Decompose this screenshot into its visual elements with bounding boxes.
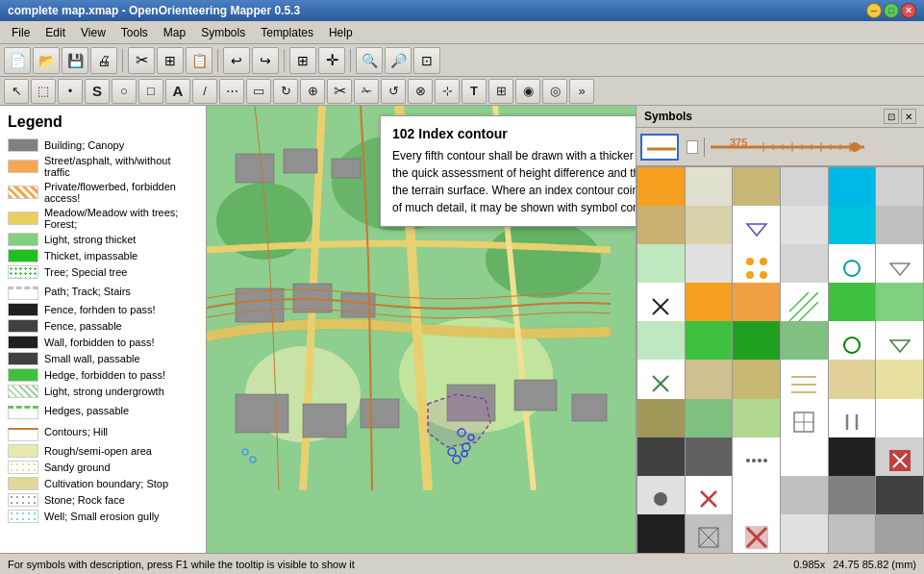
svg-point-49 <box>844 261 860 276</box>
status-hint: For symbols with description, press F1 w… <box>8 559 355 570</box>
menu-item-file[interactable]: File <box>4 24 37 41</box>
menu-item-tools[interactable]: Tools <box>113 24 156 41</box>
legend-label: Small wall, passable <box>44 353 140 364</box>
select-box-tool[interactable]: ⬚ <box>31 79 56 104</box>
zoom-in-button[interactable]: 🔍 <box>356 47 383 74</box>
minimize-button[interactable]: ─ <box>866 3 882 18</box>
symbols-close-button[interactable]: ✕ <box>901 109 916 124</box>
open-button[interactable]: 📂 <box>33 47 60 74</box>
rect-tool[interactable]: □ <box>138 79 163 104</box>
paint-tool[interactable]: ◉ <box>515 79 540 104</box>
point-tool[interactable]: • <box>58 79 83 104</box>
save-button[interactable]: 💾 <box>62 47 88 74</box>
legend-label: Private/flowerbed, forbidden access! <box>44 181 198 204</box>
symbol-preview <box>640 134 679 161</box>
legend-item: Cultivation boundary; Stop <box>8 477 198 490</box>
svg-line-55 <box>789 292 809 312</box>
statusbar: For symbols with description, press F1 w… <box>0 553 924 574</box>
symbol-cell-59[interactable] <box>876 514 923 553</box>
svg-point-43 <box>850 142 860 152</box>
zoom-fit-button[interactable]: ⊡ <box>413 47 440 74</box>
rect2-tool[interactable]: ▭ <box>246 79 271 104</box>
legend-label: Fence, passable <box>44 320 122 332</box>
print-button[interactable]: 🖨 <box>90 47 117 74</box>
cut-path-tool[interactable]: ✂ <box>327 79 352 104</box>
menu-item-map[interactable]: Map <box>156 24 193 41</box>
legend-item: Light, strong thicket <box>8 233 198 246</box>
legend-label: Rough/semi-open area <box>44 445 152 457</box>
new-button[interactable]: 📄 <box>4 47 31 74</box>
legend-swatch <box>8 186 38 199</box>
legend-item: Private/flowerbed, forbidden access! <box>8 181 198 204</box>
legend-item: Hedges, passable <box>8 401 198 419</box>
symbol-cell-55[interactable] <box>686 514 733 553</box>
svg-point-3 <box>486 221 601 298</box>
legend-swatch <box>8 477 38 490</box>
cut-button[interactable]: ✂ <box>128 47 155 74</box>
scissors2-tool[interactable]: ✁ <box>354 79 379 104</box>
more-tools[interactable]: » <box>569 79 594 104</box>
coordinates: 24.75 85.82 (mm) <box>833 559 916 570</box>
titlebar-controls: ─ □ ✕ <box>866 3 916 18</box>
compass-button[interactable]: ✛ <box>318 47 345 74</box>
legend-label: Sandy ground <box>44 462 111 473</box>
redo-button[interactable]: ↪ <box>252 47 279 74</box>
symbol-t-tool[interactable]: T <box>462 79 487 104</box>
svg-line-54 <box>799 302 818 321</box>
connect-tool[interactable]: ⊗ <box>408 79 433 104</box>
select-tool[interactable]: ↖ <box>4 79 29 104</box>
menu-item-symbols[interactable]: Symbols <box>193 24 253 41</box>
circle-tool[interactable]: ○ <box>112 79 137 104</box>
main-area: Legend Building; CanopyStreet/asphalt, w… <box>0 106 924 553</box>
legend-item: Sandy ground <box>8 461 198 474</box>
map-area[interactable]: 102 Index contour Every fifth contour sh… <box>207 106 636 553</box>
measure-tool[interactable]: ⊞ <box>488 79 513 104</box>
move-tool[interactable]: ⊕ <box>300 79 325 104</box>
menu-item-templates[interactable]: Templates <box>253 24 321 41</box>
legend-item: Path; Track; Stairs <box>8 282 198 300</box>
legend-label: Light, strong thicket <box>44 234 136 245</box>
separator2 <box>217 49 218 72</box>
rotate2-tool[interactable]: ↺ <box>381 79 406 104</box>
svg-rect-8 <box>332 159 361 178</box>
symbol-cell-57[interactable] <box>781 514 828 553</box>
text-a-tool[interactable]: A <box>165 79 190 104</box>
svg-point-69 <box>752 459 756 462</box>
legend-swatch <box>8 303 38 316</box>
nodes-tool[interactable]: ⊹ <box>435 79 460 104</box>
menu-item-edit[interactable]: Edit <box>37 24 73 41</box>
text-s-tool[interactable]: S <box>85 79 110 104</box>
tooltip-body: Every fifth contour shall be drawn with … <box>392 147 636 216</box>
close-button[interactable]: ✕ <box>901 3 916 18</box>
paste-button[interactable]: 📋 <box>186 47 212 74</box>
symbols-undock-button[interactable]: ⊡ <box>884 109 899 124</box>
undo-button[interactable]: ↩ <box>223 47 250 74</box>
svg-point-68 <box>746 459 750 462</box>
zoom-out-button[interactable]: 🔎 <box>385 47 412 74</box>
symbol-cell-54[interactable] <box>637 514 685 553</box>
rotate-tool[interactable]: ↻ <box>273 79 298 104</box>
menu-item-help[interactable]: Help <box>321 24 361 41</box>
grid-button[interactable]: ⊞ <box>289 47 316 74</box>
legend-swatch <box>8 428 38 441</box>
legend-item: Stone; Rock face <box>8 493 198 507</box>
legend-swatch <box>8 461 38 474</box>
line-tool[interactable]: / <box>192 79 217 104</box>
legend-swatch <box>8 385 38 398</box>
legend-label: Wall, forbidden to pass! <box>44 337 155 348</box>
maximize-button[interactable]: □ <box>884 3 899 18</box>
legend-swatch <box>8 265 38 279</box>
svg-rect-17 <box>361 399 399 428</box>
svg-text:375: 375 <box>730 137 747 148</box>
symbol-cell-58[interactable] <box>829 514 876 553</box>
line-dots-tool[interactable]: ⋯ <box>219 79 244 104</box>
legend-label: Hedge, forbidden to pass! <box>44 369 165 381</box>
legend-swatch <box>8 510 38 523</box>
menu-item-view[interactable]: View <box>73 24 113 41</box>
drawing-toolbar: ↖ ⬚ • S ○ □ A / ⋯ ▭ ↻ ⊕ ✂ ✁ ↺ ⊗ ⊹ T ⊞ ◉ … <box>0 77 924 106</box>
svg-marker-50 <box>890 263 910 275</box>
legend-item: Fence, passable <box>8 319 198 333</box>
symbol-cell-56[interactable] <box>733 514 780 553</box>
paint2-tool[interactable]: ◎ <box>542 79 567 104</box>
copy-button[interactable]: ⊞ <box>157 47 184 74</box>
